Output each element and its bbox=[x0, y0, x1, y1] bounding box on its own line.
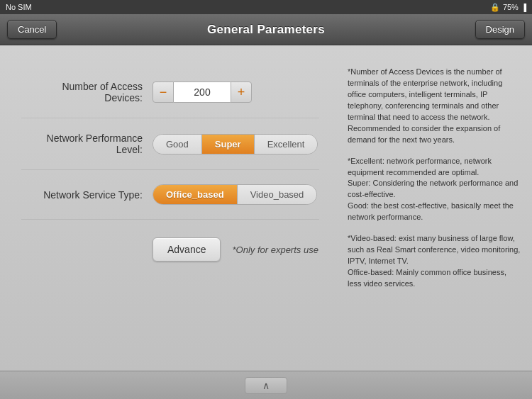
performance-level-control: Good Super Excellent bbox=[153, 134, 319, 154]
status-left: No SIM bbox=[6, 3, 32, 11]
service-segmented: Office_based Video_based bbox=[153, 184, 317, 205]
lock-icon: 🔒 bbox=[490, 3, 500, 12]
status-bar: No SIM 🔒 75% ▐ bbox=[0, 0, 532, 14]
info-performance-level: *Excellent: network performance, network… bbox=[348, 156, 521, 224]
info-area: *Number of Access Devices is the number … bbox=[340, 60, 532, 356]
bottom-bar: ∧ bbox=[0, 371, 532, 399]
access-devices-control: − + bbox=[153, 82, 319, 103]
collapse-button[interactable]: ∧ bbox=[245, 377, 287, 394]
info-service-text: *Video-based: exist many business of lar… bbox=[348, 234, 520, 288]
page-title: General Parameters bbox=[207, 23, 325, 37]
decrement-button[interactable]: − bbox=[153, 82, 174, 103]
access-devices-input[interactable] bbox=[174, 82, 231, 103]
info-access-devices-text: *Number of Access Devices is the number … bbox=[348, 67, 502, 144]
design-button[interactable]: Design bbox=[475, 20, 525, 39]
service-type-row: Network Service Type: Office_based Video… bbox=[21, 170, 319, 220]
access-devices-row: Number of Access Devices: − + bbox=[21, 67, 319, 118]
battery-icon: ▐ bbox=[521, 4, 526, 11]
form-area: Number of Access Devices: − + Network Pe… bbox=[0, 60, 340, 356]
nav-bar: Cancel General Parameters Design bbox=[0, 14, 532, 45]
increment-button[interactable]: + bbox=[231, 82, 252, 103]
info-service-type: *Video-based: exist many business of lar… bbox=[348, 233, 521, 290]
service-type-control: Office_based Video_based bbox=[153, 184, 319, 205]
main-content: Number of Access Devices: − + Network Pe… bbox=[0, 45, 532, 371]
carrier-label: No SIM bbox=[6, 3, 32, 11]
advance-row: Advance *Only for experts use bbox=[21, 220, 319, 269]
stepper: − + bbox=[153, 82, 252, 103]
performance-level-row: Network Performance Level: Good Super Ex… bbox=[21, 118, 319, 170]
info-access-devices: *Number of Access Devices is the number … bbox=[348, 67, 521, 146]
advance-note: *Only for experts use bbox=[232, 245, 318, 255]
performance-segmented: Good Super Excellent bbox=[153, 134, 318, 154]
info-performance-text: *Excellent: network performance, network… bbox=[348, 157, 518, 222]
advance-button[interactable]: Advance bbox=[153, 237, 221, 262]
access-devices-label: Number of Access Devices: bbox=[21, 81, 153, 103]
service-type-label: Network Service Type: bbox=[21, 189, 153, 201]
segment-video-based[interactable]: Video_based bbox=[238, 185, 317, 204]
segment-office-based[interactable]: Office_based bbox=[153, 185, 238, 204]
segment-good[interactable]: Good bbox=[153, 135, 202, 154]
performance-level-label: Network Performance Level: bbox=[21, 133, 153, 155]
collapse-icon: ∧ bbox=[262, 380, 270, 391]
segment-super[interactable]: Super bbox=[202, 135, 255, 154]
segment-excellent[interactable]: Excellent bbox=[255, 135, 318, 154]
status-right: 🔒 75% ▐ bbox=[490, 3, 526, 12]
battery-label: 75% bbox=[503, 3, 519, 11]
cancel-button[interactable]: Cancel bbox=[7, 20, 57, 39]
